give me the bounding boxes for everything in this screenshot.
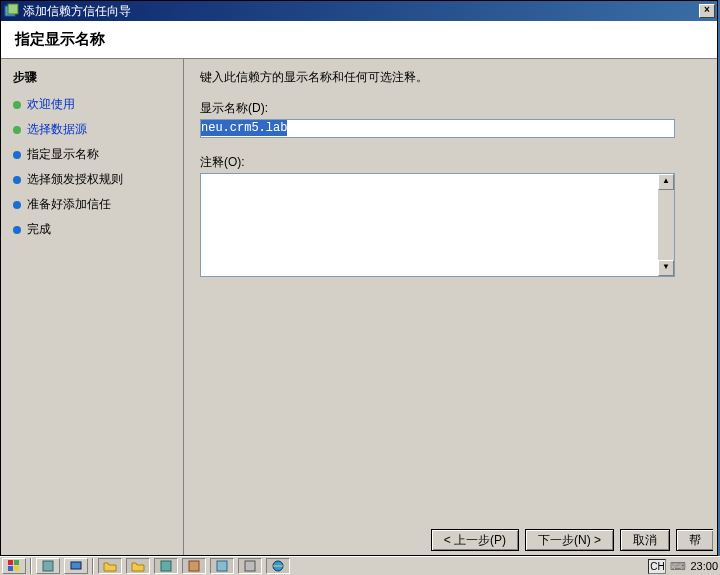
app-icon bbox=[159, 559, 173, 573]
taskbar-item[interactable] bbox=[36, 558, 60, 574]
ie-icon bbox=[271, 559, 285, 573]
svg-rect-3 bbox=[14, 560, 19, 565]
app-icon bbox=[187, 559, 201, 573]
svg-rect-9 bbox=[189, 561, 199, 571]
taskbar-item[interactable] bbox=[182, 558, 206, 574]
svg-rect-8 bbox=[161, 561, 171, 571]
step-label: 选择数据源 bbox=[27, 121, 87, 138]
svg-rect-7 bbox=[71, 562, 81, 569]
page-header: 指定显示名称 bbox=[1, 21, 717, 59]
bullet-icon bbox=[13, 126, 21, 134]
svg-rect-11 bbox=[245, 561, 255, 571]
scroll-down-icon[interactable]: ▼ bbox=[658, 260, 674, 276]
help-button[interactable]: 帮 bbox=[676, 529, 713, 551]
page-title: 指定显示名称 bbox=[15, 30, 105, 49]
step-label: 准备好添加信任 bbox=[27, 196, 111, 213]
taskbar-item[interactable] bbox=[154, 558, 178, 574]
svg-rect-1 bbox=[8, 4, 18, 14]
app-icon bbox=[243, 559, 257, 573]
step-datasource[interactable]: 选择数据源 bbox=[13, 121, 171, 138]
content-area: 步骤 欢迎使用 选择数据源 指定显示名称 选择颁发授权规则 准备好添加信任 bbox=[1, 59, 717, 555]
tray-keyboard-icon[interactable]: ⌨ bbox=[670, 559, 686, 573]
scroll-up-icon[interactable]: ▲ bbox=[658, 174, 674, 190]
next-button[interactable]: 下一步(N) > bbox=[525, 529, 614, 551]
folder-icon bbox=[131, 559, 145, 573]
taskbar-item[interactable] bbox=[126, 558, 150, 574]
bullet-icon bbox=[13, 226, 21, 234]
taskbar: CH ⌨ 23:00 bbox=[0, 556, 720, 575]
svg-rect-4 bbox=[8, 566, 13, 571]
scrollbar-vertical[interactable]: ▲ ▼ bbox=[658, 174, 674, 276]
display-name-input[interactable]: neu.crm5.lab bbox=[200, 119, 675, 138]
taskbar-item[interactable] bbox=[210, 558, 234, 574]
svg-rect-10 bbox=[217, 561, 227, 571]
button-row: < 上一步(P) 下一步(N) > 取消 帮 bbox=[431, 529, 713, 551]
display-name-value: neu.crm5.lab bbox=[201, 120, 287, 136]
notes-label: 注释(O): bbox=[200, 154, 703, 171]
step-authorization[interactable]: 选择颁发授权规则 bbox=[13, 171, 171, 188]
sidebar-title: 步骤 bbox=[13, 69, 171, 86]
bullet-icon bbox=[13, 101, 21, 109]
start-button[interactable] bbox=[2, 558, 26, 574]
bullet-icon bbox=[13, 151, 21, 159]
step-label: 选择颁发授权规则 bbox=[27, 171, 123, 188]
folder-icon bbox=[103, 559, 117, 573]
server-icon bbox=[41, 559, 55, 573]
cancel-button[interactable]: 取消 bbox=[620, 529, 670, 551]
bullet-icon bbox=[13, 176, 21, 184]
taskbar-item[interactable] bbox=[98, 558, 122, 574]
taskbar-item[interactable] bbox=[64, 558, 88, 574]
step-label: 指定显示名称 bbox=[27, 146, 99, 163]
window-title: 添加信赖方信任向导 bbox=[23, 3, 699, 20]
step-label: 欢迎使用 bbox=[27, 96, 75, 113]
prev-button[interactable]: < 上一步(P) bbox=[431, 529, 519, 551]
step-finish[interactable]: 完成 bbox=[13, 221, 171, 238]
clock[interactable]: 23:00 bbox=[690, 560, 720, 572]
svg-rect-5 bbox=[14, 566, 19, 571]
main-panel: 键入此信赖方的显示名称和任何可选注释。 显示名称(D): neu.crm5.la… bbox=[184, 59, 717, 555]
taskbar-separator bbox=[30, 558, 32, 574]
titlebar: 添加信赖方信任向导 × bbox=[1, 1, 717, 21]
notes-container: ▲ ▼ bbox=[200, 173, 675, 277]
step-label: 完成 bbox=[27, 221, 51, 238]
taskbar-separator bbox=[92, 558, 94, 574]
instruction-text: 键入此信赖方的显示名称和任何可选注释。 bbox=[200, 69, 703, 86]
start-icon bbox=[7, 559, 21, 573]
svg-rect-2 bbox=[8, 560, 13, 565]
steps-sidebar: 步骤 欢迎使用 选择数据源 指定显示名称 选择颁发授权规则 准备好添加信任 bbox=[1, 59, 184, 555]
svg-rect-6 bbox=[43, 561, 53, 571]
step-welcome[interactable]: 欢迎使用 bbox=[13, 96, 171, 113]
taskbar-item[interactable] bbox=[238, 558, 262, 574]
language-indicator[interactable]: CH bbox=[648, 559, 666, 574]
close-button[interactable]: × bbox=[699, 4, 715, 18]
taskbar-item[interactable] bbox=[266, 558, 290, 574]
wizard-window: 添加信赖方信任向导 × 指定显示名称 步骤 欢迎使用 选择数据源 指定显示名称 … bbox=[0, 0, 718, 556]
app-icon bbox=[215, 559, 229, 573]
bullet-icon bbox=[13, 201, 21, 209]
step-displayname[interactable]: 指定显示名称 bbox=[13, 146, 171, 163]
app-icon bbox=[3, 3, 19, 19]
display-name-label: 显示名称(D): bbox=[200, 100, 703, 117]
notes-textarea[interactable] bbox=[201, 174, 658, 276]
step-ready[interactable]: 准备好添加信任 bbox=[13, 196, 171, 213]
monitor-icon bbox=[69, 559, 83, 573]
